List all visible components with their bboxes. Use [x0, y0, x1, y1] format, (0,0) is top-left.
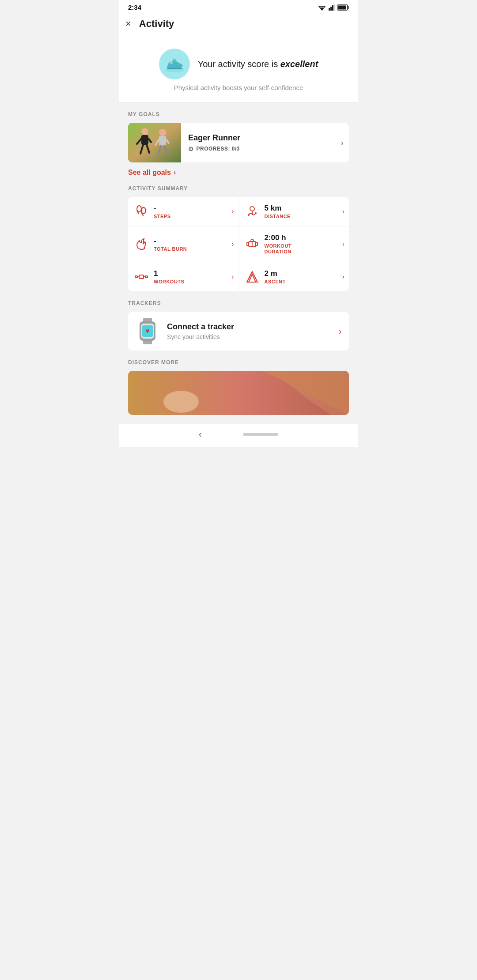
workout-duration-chevron-icon: ›	[342, 240, 344, 248]
score-subtitle: Physical activity boosts your self-confi…	[174, 84, 303, 91]
discover-section-label: DISCOVER MORE	[128, 359, 349, 366]
svg-rect-15	[141, 135, 148, 145]
see-all-goals-button[interactable]: See all goals ›	[128, 169, 349, 177]
distance-value: 5 km	[265, 204, 343, 213]
score-text: Your activity score is excellent	[198, 59, 318, 69]
back-button[interactable]: ‹	[199, 429, 202, 439]
svg-point-20	[159, 129, 166, 136]
svg-rect-6	[334, 4, 335, 11]
svg-rect-36	[135, 276, 137, 278]
wifi-icon	[318, 4, 326, 11]
burn-label: TOTAL BURN	[154, 246, 232, 252]
distance-icon	[245, 204, 259, 219]
page-title: Activity	[139, 18, 174, 30]
burn-chevron-icon: ›	[231, 240, 234, 248]
svg-rect-5	[332, 5, 333, 11]
score-section: Your activity score is excellent Physica…	[119, 36, 358, 102]
svg-point-14	[141, 128, 148, 135]
workouts-value: 1	[154, 269, 232, 278]
activity-summary-label: ACTIVITY SUMMARY	[128, 185, 349, 192]
activity-row-2: - TOTAL BURN › 2:00 h WOR	[128, 226, 349, 262]
goal-chevron-icon[interactable]: ›	[341, 138, 349, 148]
svg-rect-21	[159, 136, 166, 146]
tracker-subtitle: Sync your activities	[167, 333, 332, 340]
svg-rect-9	[338, 5, 346, 9]
tracker-info: Connect a tracker Sync your activities	[167, 322, 332, 340]
steps-cell[interactable]: - STEPS ›	[128, 197, 239, 226]
progress-check-icon: ⊙	[188, 145, 194, 152]
see-all-goals-chevron-icon: ›	[174, 169, 176, 177]
svg-point-30	[255, 212, 257, 214]
burn-icon	[134, 237, 148, 251]
svg-rect-37	[145, 276, 148, 278]
battery-icon	[337, 4, 349, 11]
steps-chevron-icon: ›	[231, 207, 234, 215]
status-bar: 2:34	[119, 0, 358, 14]
steps-icon	[134, 204, 148, 219]
goals-section-label: MY GOALS	[128, 111, 349, 117]
steps-value: -	[154, 204, 232, 213]
workout-duration-data: 2:00 h WORKOUTDURATION	[265, 234, 343, 255]
workout-duration-label: WORKOUTDURATION	[265, 243, 343, 255]
discover-section: DISCOVER MORE	[119, 359, 358, 424]
bottom-nav: ‹	[119, 424, 358, 447]
svg-rect-3	[329, 8, 330, 11]
svg-rect-8	[348, 6, 349, 9]
distance-cell[interactable]: 5 km DISTANCE ›	[239, 197, 349, 226]
score-row: Your activity score is excellent	[159, 49, 318, 79]
distance-chevron-icon: ›	[342, 207, 344, 215]
status-icons	[318, 4, 349, 11]
ascent-cell[interactable]: 2 m ASCENT ›	[239, 262, 349, 291]
workouts-cell[interactable]: 1 WORKOUTS ›	[128, 262, 239, 291]
score-icon	[159, 49, 190, 79]
runner-image-svg	[128, 123, 181, 162]
ascent-value: 2 m	[265, 269, 343, 278]
ascent-chevron-icon: ›	[342, 273, 344, 281]
trackers-card[interactable]: ♥ Connect a tracker Sync your activities…	[128, 312, 349, 351]
shoe-icon	[163, 53, 186, 75]
burn-data: - TOTAL BURN	[154, 237, 232, 252]
svg-point-11	[170, 61, 173, 64]
tracker-chevron-icon: ›	[339, 326, 342, 336]
ascent-data: 2 m ASCENT	[265, 269, 343, 284]
steps-label: STEPS	[154, 214, 232, 219]
svg-marker-42	[249, 274, 256, 282]
nav-pill	[243, 433, 278, 436]
goals-section: MY GOALS	[119, 102, 358, 351]
svg-point-29	[248, 214, 250, 216]
svg-rect-4	[330, 7, 332, 11]
burn-value: -	[154, 237, 232, 245]
distance-data: 5 km DISTANCE	[265, 204, 343, 219]
svg-rect-38	[139, 275, 144, 279]
activity-row-1: - STEPS › 5 km DISTANCE	[128, 197, 349, 226]
svg-marker-2	[320, 8, 324, 11]
burn-cell[interactable]: - TOTAL BURN ›	[128, 226, 239, 262]
goal-card[interactable]: Eager Runner ⊙ PROGRESS: 0/3 ›	[128, 123, 349, 162]
steps-data: - STEPS	[154, 204, 232, 219]
discover-img-svg	[128, 371, 349, 415]
see-all-goals-label: See all goals	[128, 169, 171, 177]
tracker-title: Connect a tracker	[167, 322, 332, 332]
goal-progress-label: PROGRESS: 0/3	[197, 146, 240, 152]
top-bar: × Activity	[119, 14, 358, 36]
workouts-label: WORKOUTS	[154, 279, 232, 284]
workouts-data: 1 WORKOUTS	[154, 269, 232, 284]
goal-progress-row: ⊙ PROGRESS: 0/3	[188, 145, 333, 152]
svg-rect-13	[128, 123, 181, 162]
workouts-icon	[134, 270, 148, 284]
activity-summary-card: - STEPS › 5 km DISTANCE	[128, 197, 349, 291]
workout-duration-cell[interactable]: 2:00 h WORKOUTDURATION ›	[239, 226, 349, 262]
distance-label: DISTANCE	[265, 214, 343, 219]
workout-duration-value: 2:00 h	[265, 234, 343, 242]
discover-image[interactable]	[128, 371, 349, 415]
ascent-label: ASCENT	[265, 279, 343, 284]
goal-info: Eager Runner ⊙ PROGRESS: 0/3	[181, 128, 341, 158]
close-button[interactable]: ×	[125, 19, 131, 29]
trackers-section-label: TRACKERS	[128, 300, 349, 306]
signal-icon	[329, 4, 335, 11]
workouts-chevron-icon: ›	[231, 273, 234, 281]
svg-point-28	[250, 207, 254, 211]
ascent-icon	[245, 270, 259, 284]
workout-duration-icon	[245, 237, 259, 251]
goal-image	[128, 123, 181, 162]
